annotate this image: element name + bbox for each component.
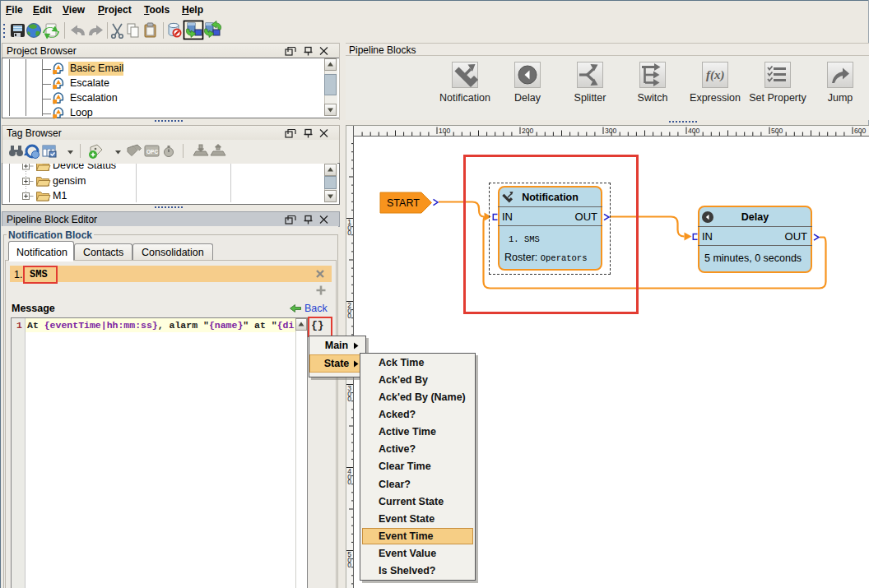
svg-text:START: START: [387, 197, 420, 209]
